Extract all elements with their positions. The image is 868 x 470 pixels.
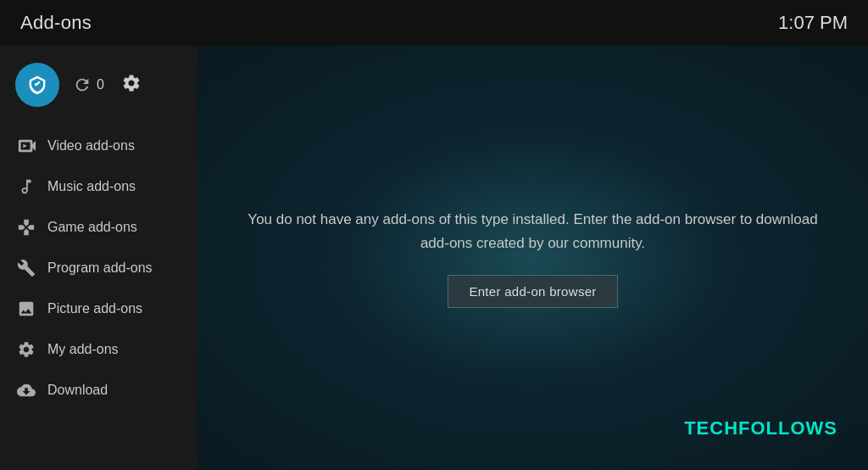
watermark: TECHFOLLOWS xyxy=(684,417,837,439)
enter-addon-browser-button[interactable]: Enter add-on browser xyxy=(448,275,617,308)
music-icon xyxy=(17,177,36,196)
my-addons-icon xyxy=(17,340,36,359)
sidebar-item-music-addons[interactable]: Music add-ons xyxy=(0,166,198,207)
sidebar-item-game-addons[interactable]: Game add-ons xyxy=(0,207,198,248)
sidebar-item-download[interactable]: Download xyxy=(0,370,198,411)
video-addons-label: Video add-ons xyxy=(47,138,135,154)
picture-icon xyxy=(17,299,36,318)
sidebar-nav: Video add-ons Music add-ons Game add-ons… xyxy=(0,122,198,470)
main-layout: 0 Video add-ons Music add-ons xyxy=(0,46,868,470)
game-addons-label: Game add-ons xyxy=(47,220,137,235)
program-addons-label: Program add-ons xyxy=(47,260,153,276)
download-icon xyxy=(17,381,36,400)
content-inner: You do not have any add-ons of this type… xyxy=(228,191,838,324)
page-title: Add-ons xyxy=(20,12,92,34)
music-addons-label: Music add-ons xyxy=(47,179,136,194)
video-icon xyxy=(17,137,36,155)
sidebar-item-program-addons[interactable]: Program add-ons xyxy=(0,248,198,288)
game-icon xyxy=(17,218,36,237)
sidebar-item-video-addons[interactable]: Video add-ons xyxy=(0,126,198,166)
sidebar-item-picture-addons[interactable]: Picture add-ons xyxy=(0,288,198,329)
clock: 1:07 PM xyxy=(778,12,848,34)
sidebar-item-my-addons[interactable]: My add-ons xyxy=(0,329,198,370)
addons-icon-button[interactable] xyxy=(15,63,59,107)
my-addons-label: My add-ons xyxy=(47,342,119,357)
gear-icon xyxy=(121,73,142,93)
box-icon xyxy=(25,73,49,97)
program-icon xyxy=(17,259,36,277)
refresh-icon xyxy=(73,76,92,94)
settings-button[interactable] xyxy=(121,73,142,97)
no-addons-message: You do not have any add-ons of this type… xyxy=(245,208,821,254)
content-area: You do not have any add-ons of this type… xyxy=(198,46,868,470)
refresh-button[interactable]: 0 xyxy=(73,76,104,94)
download-label: Download xyxy=(47,383,108,398)
picture-addons-label: Picture add-ons xyxy=(47,301,142,316)
refresh-count: 0 xyxy=(97,77,104,92)
sidebar: 0 Video add-ons Music add-ons xyxy=(0,46,198,470)
header: Add-ons 1:07 PM xyxy=(0,0,868,46)
sidebar-top-controls: 0 xyxy=(0,54,198,122)
